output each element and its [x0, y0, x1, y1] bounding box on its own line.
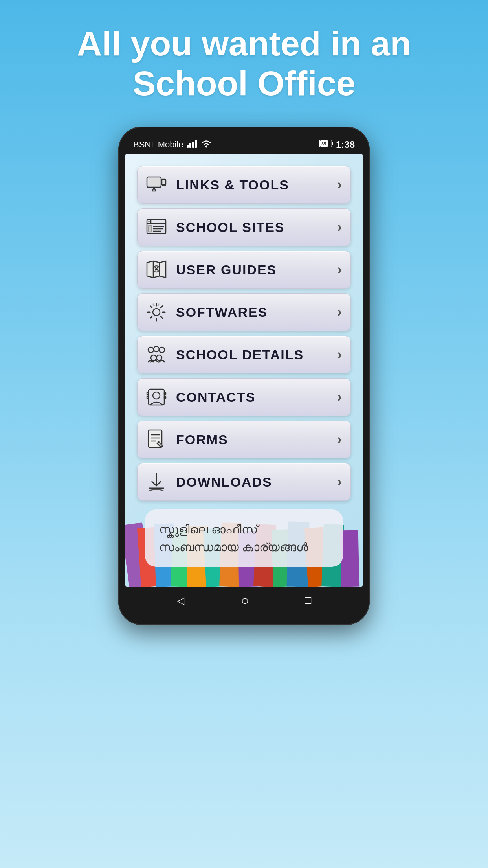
gear-icon [143, 299, 170, 326]
svg-point-35 [151, 355, 156, 360]
user-guides-label: USER GUIDES [176, 262, 333, 278]
carrier-label: BSNL Mobile [133, 140, 183, 150]
svg-line-13 [154, 187, 156, 191]
svg-rect-1 [189, 143, 191, 148]
school-details-label: SCHOOL DETAILS [176, 347, 333, 362]
menu-item-links-tools[interactable]: LINKS & TOOLS › [137, 166, 351, 204]
signal-icon [187, 139, 198, 150]
downloads-arrow: › [337, 474, 342, 490]
menu-item-softwares[interactable]: SOFTWARES › [137, 293, 351, 331]
status-right: 35 1:38 [319, 139, 355, 150]
school-details-arrow: › [337, 346, 342, 363]
menu-item-school-details[interactable]: SCHOOL DETAILS › [137, 336, 351, 373]
svg-point-34 [159, 347, 165, 353]
battery-label: 35 [319, 140, 334, 150]
user-guides-arrow: › [337, 261, 342, 278]
forms-arrow: › [337, 431, 342, 448]
home-button[interactable]: ○ [241, 593, 249, 608]
svg-rect-39 [147, 392, 149, 395]
header-section: All you wanted in an School Office [0, 0, 488, 119]
download-icon [143, 469, 170, 495]
links-tools-arrow: › [337, 177, 342, 193]
back-button[interactable]: ◁ [177, 594, 185, 607]
menu-item-contacts[interactable]: CONTACTS › [137, 378, 351, 416]
svg-point-20 [148, 221, 150, 222]
menu-item-user-guides[interactable]: USER GUIDES › [137, 251, 351, 289]
school-sites-label: SCHOOL SITES [176, 220, 333, 235]
tagline-text: സ്കൂളിലെ ഓഫീസ് സംബന്ധമായ കാര്യങ്ങൾ [159, 520, 329, 556]
links-tools-label: LINKS & TOOLS [176, 177, 333, 193]
status-left: BSNL Mobile [133, 139, 212, 150]
softwares-arrow: › [337, 304, 342, 320]
svg-rect-15 [163, 180, 165, 183]
menu-list: LINKS & TOOLS › [125, 154, 363, 583]
recent-button[interactable]: □ [305, 594, 311, 607]
svg-rect-2 [192, 142, 194, 148]
status-bar: BSNL Mobile [125, 135, 363, 154]
svg-rect-3 [195, 140, 197, 148]
svg-rect-10 [149, 178, 160, 186]
forms-icon [143, 426, 170, 453]
menu-item-school-sites[interactable]: SCHOOL SITES › [137, 208, 351, 246]
contact-icon [143, 384, 170, 410]
phone-mockup: BSNL Mobile [118, 127, 370, 625]
tagline-box: സ്കൂളിലെ ഓഫീസ് സംബന്ധമായ കാര്യങ്ങൾ [145, 509, 343, 567]
wifi-icon [201, 139, 212, 150]
phone-bottom-nav: ◁ ○ □ [125, 587, 363, 614]
svg-point-38 [153, 392, 160, 399]
phone-screen: LINKS & TOOLS › [125, 154, 363, 587]
phone-body: BSNL Mobile [118, 127, 370, 625]
svg-rect-41 [164, 392, 166, 395]
svg-rect-42 [164, 396, 166, 399]
svg-rect-24 [149, 226, 152, 232]
browser-icon [143, 214, 170, 241]
svg-point-4 [205, 146, 207, 148]
svg-point-32 [148, 347, 154, 353]
app-title: All you wanted in an School Office [0, 0, 488, 119]
downloads-label: DOWNLOADS [176, 474, 333, 490]
computer-icon [143, 171, 170, 198]
contacts-label: CONTACTS [176, 390, 333, 405]
svg-point-31 [153, 309, 160, 316]
softwares-label: SOFTWARES [176, 305, 333, 320]
svg-rect-0 [187, 145, 189, 148]
menu-item-forms[interactable]: FORMS › [137, 421, 351, 458]
svg-point-33 [154, 346, 159, 352]
people-icon [143, 341, 170, 368]
svg-rect-40 [147, 396, 149, 399]
svg-text:35: 35 [321, 142, 326, 146]
time-label: 1:38 [336, 139, 355, 150]
map-icon [143, 256, 170, 283]
forms-label: FORMS [176, 432, 333, 447]
school-sites-arrow: › [337, 219, 342, 235]
svg-rect-7 [332, 142, 333, 145]
svg-point-36 [156, 355, 162, 360]
contacts-arrow: › [337, 389, 342, 405]
menu-item-downloads[interactable]: DOWNLOADS › [137, 463, 351, 501]
